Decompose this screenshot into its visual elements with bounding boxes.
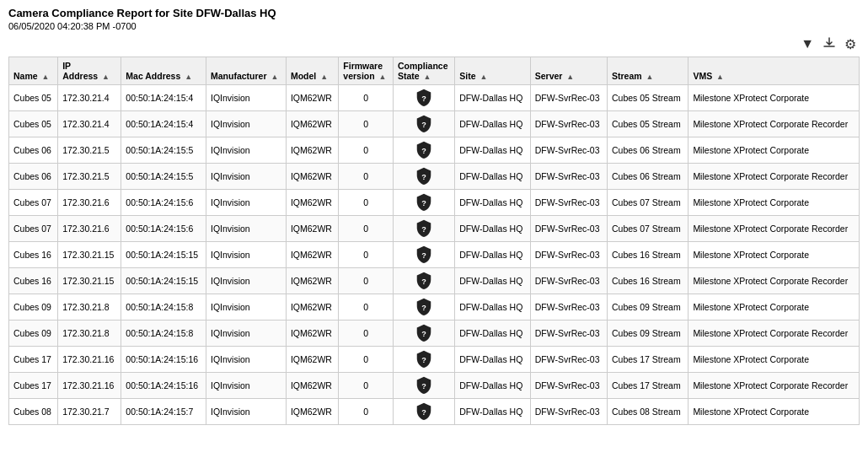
cell-ip: 172.30.21.4: [58, 85, 121, 111]
cell-compliance: ?: [393, 320, 454, 347]
sort-arrow-ip: ▲: [102, 73, 110, 81]
cell-server: DFW-SvrRec-03: [530, 399, 607, 425]
cell-vms: Milestone XProtect Corporate: [689, 190, 860, 216]
cell-site: DFW-Dallas HQ: [455, 347, 530, 373]
cell-name: Cubes 09: [9, 294, 58, 320]
col-header-firmware[interactable]: Firmwareversion ▲: [339, 57, 394, 85]
cell-mac: 00:50:1A:24:15:15: [121, 242, 206, 268]
cell-vms: Milestone XProtect Corporate Recorder: [689, 111, 860, 137]
cell-vms: Milestone XProtect Corporate: [689, 242, 860, 268]
cell-server: DFW-SvrRec-03: [530, 347, 607, 373]
svg-text:?: ?: [421, 147, 426, 155]
cell-mac: 00:50:1A:24:15:6: [121, 190, 206, 216]
cell-ip: 172.30.21.6: [58, 216, 121, 242]
col-header-compliance[interactable]: ComplianceState ▲: [393, 57, 454, 85]
cell-firmware: 0: [339, 137, 394, 164]
cell-model: IQM62WR: [286, 111, 338, 137]
table-row: Cubes 07172.30.21.600:50:1A:24:15:6IQInv…: [9, 190, 860, 216]
svg-text:?: ?: [421, 330, 426, 338]
col-header-server[interactable]: Server ▲: [530, 57, 607, 85]
cell-mac: 00:50:1A:24:15:4: [121, 85, 206, 111]
col-header-name[interactable]: Name ▲: [9, 57, 58, 85]
cell-site: DFW-Dallas HQ: [455, 164, 530, 190]
table-row: Cubes 07172.30.21.600:50:1A:24:15:6IQInv…: [9, 216, 860, 242]
cell-server: DFW-SvrRec-03: [530, 373, 607, 399]
compliance-state-icon: ?: [415, 114, 433, 132]
col-header-manufacturer[interactable]: Manufacturer ▲: [206, 57, 286, 85]
cell-compliance: ?: [393, 190, 454, 216]
cell-vms: Milestone XProtect Corporate: [689, 399, 860, 425]
table-row: Cubes 06172.30.21.500:50:1A:24:15:5IQInv…: [9, 137, 860, 164]
cell-site: DFW-Dallas HQ: [455, 399, 530, 425]
svg-text:?: ?: [421, 408, 426, 417]
filter-icon[interactable]: ▼: [801, 36, 814, 53]
col-header-site[interactable]: Site ▲: [455, 57, 530, 85]
svg-text:?: ?: [421, 251, 426, 260]
cell-model: IQM62WR: [286, 268, 338, 294]
cell-model: IQM62WR: [286, 137, 338, 164]
table-row: Cubes 08172.30.21.700:50:1A:24:15:7IQInv…: [9, 399, 860, 425]
settings-icon[interactable]: ⚙: [844, 36, 856, 53]
cell-compliance: ?: [393, 347, 454, 373]
cell-manufacturer: IQInvision: [206, 85, 286, 111]
download-icon[interactable]: [822, 36, 836, 53]
cell-stream: Cubes 08 Stream: [608, 399, 689, 425]
cell-compliance: ?: [393, 137, 454, 164]
table-row: Cubes 16172.30.21.1500:50:1A:24:15:15IQI…: [9, 268, 860, 294]
cell-name: Cubes 06: [9, 164, 58, 190]
cell-compliance: ?: [393, 294, 454, 320]
cell-compliance: ?: [393, 399, 454, 425]
cell-compliance: ?: [393, 242, 454, 268]
sort-arrow-compliance: ▲: [424, 73, 431, 81]
cell-stream: Cubes 09 Stream: [608, 294, 689, 320]
cell-name: Cubes 09: [9, 320, 58, 347]
cell-compliance: ?: [393, 111, 454, 137]
cell-ip: 172.30.21.8: [58, 320, 121, 347]
cell-model: IQM62WR: [286, 373, 338, 399]
cell-compliance: ?: [393, 373, 454, 399]
table-row: Cubes 05172.30.21.400:50:1A:24:15:4IQInv…: [9, 111, 860, 137]
sort-arrow-vms: ▲: [716, 73, 724, 81]
cell-model: IQM62WR: [286, 294, 338, 320]
cell-stream: Cubes 05 Stream: [608, 111, 689, 137]
compliance-state-icon: ?: [415, 166, 433, 185]
cell-server: DFW-SvrRec-03: [530, 242, 607, 268]
cell-stream: Cubes 06 Stream: [608, 164, 689, 190]
cell-mac: 00:50:1A:24:15:7: [121, 399, 206, 425]
cell-firmware: 0: [339, 320, 394, 347]
table-row: Cubes 17172.30.21.1600:50:1A:24:15:16IQI…: [9, 347, 860, 373]
compliance-state-icon: ?: [415, 349, 433, 368]
cell-model: IQM62WR: [286, 347, 338, 373]
col-header-model[interactable]: Model ▲: [286, 57, 338, 85]
cell-firmware: 0: [339, 294, 394, 320]
svg-text:?: ?: [421, 173, 426, 181]
svg-text:?: ?: [421, 225, 426, 234]
col-header-mac[interactable]: Mac Address ▲: [121, 57, 206, 85]
cell-name: Cubes 06: [9, 137, 58, 164]
cell-compliance: ?: [393, 268, 454, 294]
cell-stream: Cubes 07 Stream: [608, 216, 689, 242]
col-header-stream[interactable]: Stream ▲: [608, 57, 689, 85]
compliance-table: Name ▲ IPAddress ▲ Mac Address ▲ Manufac…: [8, 57, 860, 425]
sort-arrow-firmware: ▲: [379, 73, 387, 81]
cell-firmware: 0: [339, 268, 394, 294]
cell-stream: Cubes 09 Stream: [608, 320, 689, 347]
col-header-vms[interactable]: VMS ▲: [689, 57, 860, 85]
cell-mac: 00:50:1A:24:15:6: [121, 216, 206, 242]
cell-vms: Milestone XProtect Corporate Recorder: [689, 216, 860, 242]
cell-ip: 172.30.21.15: [58, 268, 121, 294]
cell-server: DFW-SvrRec-03: [530, 111, 607, 137]
col-header-ip[interactable]: IPAddress ▲: [58, 57, 121, 85]
sort-arrow-stream: ▲: [646, 73, 654, 81]
cell-site: DFW-Dallas HQ: [455, 190, 530, 216]
cell-ip: 172.30.21.7: [58, 399, 121, 425]
cell-manufacturer: IQInvision: [206, 373, 286, 399]
cell-firmware: 0: [339, 164, 394, 190]
cell-firmware: 0: [339, 216, 394, 242]
cell-ip: 172.30.21.6: [58, 190, 121, 216]
cell-ip: 172.30.21.5: [58, 137, 121, 164]
cell-ip: 172.30.21.16: [58, 347, 121, 373]
cell-vms: Milestone XProtect Corporate Recorder: [689, 320, 860, 347]
cell-manufacturer: IQInvision: [206, 347, 286, 373]
cell-manufacturer: IQInvision: [206, 294, 286, 320]
